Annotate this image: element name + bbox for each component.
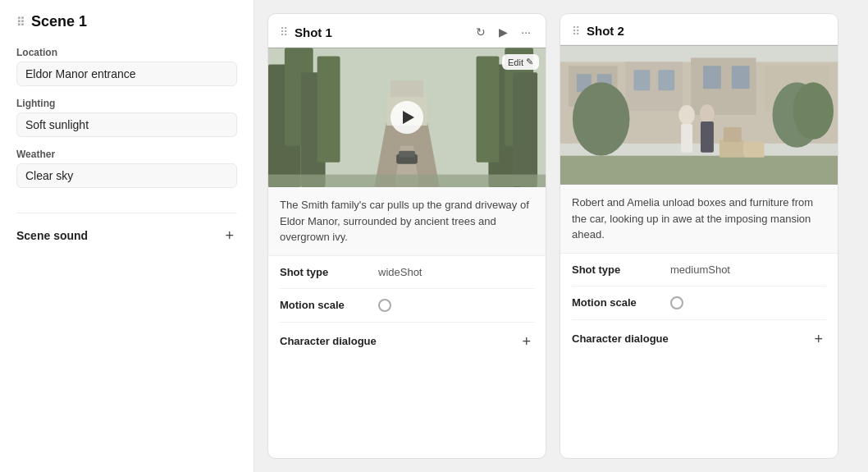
lighting-value[interactable]: Soft sunlight: [16, 112, 237, 137]
shot1-dialogue-label: Character dialogue: [280, 335, 377, 347]
shot-card-2: ⠿ Shot 2: [560, 13, 838, 459]
weather-label: Weather: [16, 149, 237, 160]
shot2-drag-icon: ⠿: [572, 25, 580, 38]
shot2-description[interactable]: Robert and Amelia unload boxes and furni…: [560, 185, 838, 254]
shot1-type-row: Shot type wideShot: [280, 256, 534, 289]
weather-value[interactable]: Clear sky: [16, 163, 237, 188]
shot1-play-button[interactable]: ▶: [496, 24, 511, 40]
shot2-header: ⠿ Shot 2: [560, 14, 838, 45]
shot1-dialogue-row: Character dialogue +: [280, 323, 534, 360]
scene-sound-row: Scene sound +: [16, 213, 237, 245]
play-triangle-icon: [403, 111, 414, 124]
shot1-refresh-button[interactable]: ↻: [473, 24, 489, 40]
shot1-type-label: Shot type: [280, 266, 378, 278]
shot1-description[interactable]: The Smith family's car pulls up the gran…: [268, 187, 546, 256]
shot2-dialogue-label: Character dialogue: [572, 332, 669, 345]
shot1-edit-badge[interactable]: Edit ✎: [502, 54, 539, 70]
shot1-header: ⠿ Shot 1 ↻ ▶ ···: [268, 14, 546, 48]
shot2-type-value[interactable]: mediumShot: [670, 263, 730, 276]
shot1-add-dialogue-button[interactable]: +: [519, 332, 534, 351]
shot-card-1: ⠿ Shot 1 ↻ ▶ ···: [267, 13, 546, 459]
location-value[interactable]: Eldor Manor entrance: [16, 62, 237, 86]
scene-sound-label: Scene sound: [16, 229, 88, 242]
shot1-title: Shot 1: [295, 25, 466, 39]
shot2-dialogue-row: Character dialogue +: [572, 320, 826, 358]
shot2-motion-circle[interactable]: [670, 296, 683, 309]
drag-icon: ⠿: [16, 16, 25, 29]
shot2-add-dialogue-button[interactable]: +: [811, 330, 826, 348]
scene-title-row: ⠿ Scene 1: [16, 13, 237, 30]
shot1-props: Shot type wideShot Motion scale Characte…: [268, 256, 546, 360]
edit-label: Edit: [508, 57, 523, 67]
location-label: Location: [16, 47, 237, 58]
shot2-type-row: Shot type mediumShot: [572, 254, 826, 286]
shot2-motion-row: Motion scale: [572, 286, 826, 320]
shot1-thumbnail: Edit ✎: [268, 48, 546, 187]
shot1-more-button[interactable]: ···: [518, 24, 534, 40]
sidebar: ⠿ Scene 1 Location Eldor Manor entrance …: [0, 0, 254, 472]
shot2-type-label: Shot type: [572, 263, 670, 276]
shot2-thumbnail: [560, 45, 838, 185]
lighting-label: Lighting: [16, 98, 237, 109]
svg-rect-40: [560, 46, 838, 185]
shot2-motion-label: Motion scale: [572, 296, 670, 309]
shot2-props: Shot type mediumShot Motion scale Charac…: [560, 254, 838, 358]
shot1-motion-row: Motion scale: [280, 289, 534, 323]
shot1-drag-icon: ⠿: [280, 25, 288, 39]
shots-container: ⠿ Shot 1 ↻ ▶ ···: [254, 0, 868, 472]
shot1-motion-label: Motion scale: [280, 299, 378, 311]
shot2-title: Shot 2: [587, 24, 826, 38]
shot1-play-overlay-button[interactable]: [391, 101, 423, 134]
shot1-type-value[interactable]: wideShot: [378, 266, 422, 278]
shot1-motion-circle[interactable]: [378, 299, 391, 312]
edit-pencil-icon: ✎: [526, 57, 533, 67]
add-scene-sound-button[interactable]: +: [222, 227, 237, 245]
scene-title: Scene 1: [31, 13, 87, 30]
